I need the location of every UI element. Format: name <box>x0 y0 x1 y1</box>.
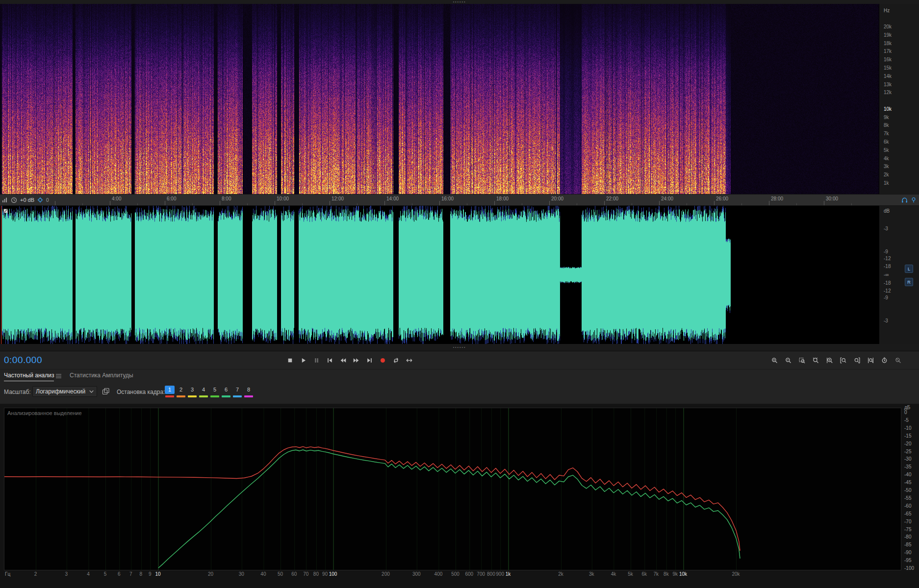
zoom-full-button[interactable] <box>809 354 822 367</box>
channel-right-button[interactable]: R <box>905 278 913 286</box>
freq-ruler-label: 3k <box>884 164 889 169</box>
timeline-tick <box>687 203 687 205</box>
loop-icon <box>393 357 399 364</box>
clock-icon[interactable] <box>11 197 17 203</box>
timeline-tick <box>522 203 522 205</box>
db-axis-tick-label: -35 <box>904 464 911 469</box>
hz-axis-tick-label: 7k <box>653 571 659 577</box>
hold-frame-button-2[interactable]: 2 <box>176 386 186 397</box>
timeline-tick <box>412 203 412 205</box>
playhead-line[interactable] <box>1 206 1 344</box>
hold-frame-color-swatch <box>165 395 174 397</box>
hz-axis-tick-label: 70 <box>303 571 308 577</box>
hold-frame-button-5[interactable]: 5 <box>210 386 220 397</box>
level-meter-icon[interactable] <box>2 197 8 203</box>
hz-axis-tick-label: 20k <box>732 571 740 577</box>
edit-grip-icon[interactable] <box>3 209 8 213</box>
zoom-in-icon <box>771 357 778 364</box>
panel-menu-icon[interactable] <box>56 374 61 378</box>
tab-amplitude-statistics[interactable]: Статистика Амплитуды <box>70 372 133 379</box>
timeline-tick <box>110 201 110 205</box>
freq-ruler-label: 8k <box>884 123 889 128</box>
db-axis-tick-label: -45 <box>904 480 911 485</box>
spectrogram-display[interactable] <box>0 4 879 194</box>
amplitude-ruler-label: -9 <box>884 295 888 300</box>
tab-frequency-analysis[interactable]: Частотный анализ <box>4 372 54 381</box>
timeline-tick <box>824 201 824 205</box>
stop-button[interactable] <box>283 354 296 367</box>
scale-select[interactable]: Логарифмический <box>32 386 97 397</box>
rewind-button[interactable] <box>336 354 349 367</box>
timeline-tick-label: 30:00 <box>826 196 838 201</box>
gain-readout[interactable]: +0 dB <box>20 197 34 203</box>
zoom-out-button[interactable] <box>782 354 794 367</box>
timeline-tick <box>632 203 632 205</box>
analyzed-selection-label: Анализированное выделение <box>7 410 82 416</box>
freq-ruler-label: 6k <box>884 140 889 145</box>
hz-axis-tick-label: 3k <box>589 571 594 577</box>
zoom-reset-button[interactable] <box>892 354 904 367</box>
timeline-tick <box>851 203 852 205</box>
zoom-selection-button[interactable] <box>795 354 808 367</box>
timeline-ruler[interactable]: 4:006:008:0010:0012:0014:0016:0018:0020:… <box>0 194 919 206</box>
db-axis-tick-label: -55 <box>904 495 911 501</box>
zoom-timer-button[interactable] <box>878 354 891 367</box>
loop-playback-button[interactable] <box>389 354 402 367</box>
hold-frame-button-3[interactable]: 3 <box>187 386 197 397</box>
hold-frame-number: 8 <box>244 386 254 394</box>
hold-frame-button-6[interactable]: 6 <box>221 386 231 397</box>
timeline-tick <box>165 201 165 205</box>
frequency-ruler[interactable]: Hz 20k19k18k17k16k15k14k13k12k10k9k8k7k6… <box>879 4 919 194</box>
hold-frame-button-4[interactable]: 4 <box>199 386 208 397</box>
waveform-display[interactable] <box>0 206 879 344</box>
zoom-selection-full-button[interactable] <box>864 354 877 367</box>
zoom-amplitude-in-button[interactable] <box>823 354 836 367</box>
waveform-panel[interactable] <box>0 206 879 344</box>
hz-axis-tick-label: 5k <box>628 571 633 577</box>
rewind-icon <box>340 357 346 364</box>
move-playhead-button[interactable] <box>403 354 415 367</box>
freq-ruler-label: 2k <box>884 172 889 177</box>
channel-left-button[interactable]: L <box>905 265 913 273</box>
grip-dots: •••••• <box>453 344 466 351</box>
copy-icon[interactable] <box>102 388 110 395</box>
record-button[interactable] <box>376 354 389 367</box>
panel-divider-middle[interactable]: •••••• <box>0 344 919 351</box>
analysis-tab-bar: Частотный анализ Статистика Амплитуды <box>0 369 919 382</box>
amplitude-ruler[interactable]: dB -3-9-12-18-∞-18-12-9-3 L R <box>879 206 919 344</box>
selection-anchor-icon[interactable] <box>37 197 43 203</box>
db-axis-tick-label: -40 <box>904 472 911 477</box>
hz-axis-tick-label: 9k <box>672 571 678 577</box>
freq-ruler-label: 18k <box>884 41 892 46</box>
hold-frame-color-swatch <box>188 395 197 397</box>
amplitude-ruler-label: -12 <box>884 256 891 261</box>
pin-icon[interactable] <box>911 197 917 203</box>
freq-ruler-label: 16k <box>884 57 892 62</box>
panel-divider-top[interactable]: •••••• <box>0 0 919 4</box>
skip-to-start-button[interactable] <box>323 354 336 367</box>
hold-frame-button-1[interactable]: 1 <box>165 386 175 397</box>
timeline-tick <box>439 201 440 205</box>
hold-frame-button-7[interactable]: 7 <box>232 386 242 397</box>
hold-frame-button-8[interactable]: 8 <box>244 386 254 397</box>
hz-axis-tick-label: 7 <box>129 571 132 577</box>
zoom-in-button[interactable] <box>768 354 781 367</box>
frequency-plot[interactable]: Анализированное выделение <box>4 408 901 570</box>
fast-forward-button[interactable] <box>350 354 362 367</box>
hz-axis-tick-label: 30 <box>239 571 244 577</box>
pause-button[interactable] <box>310 354 323 367</box>
freq-ruler-label: 14k <box>884 74 892 79</box>
zoom-amplitude-in-icon <box>826 357 833 364</box>
zoom-toolbar <box>768 354 904 367</box>
timeline-tick-label: 20:00 <box>551 196 563 201</box>
monitor-headphones-icon[interactable] <box>901 197 908 203</box>
scale-select-value: Логарифмический <box>36 388 85 395</box>
play-button[interactable] <box>297 354 309 367</box>
freq-ruler-label: 13k <box>884 82 892 87</box>
frequency-plot-canvas <box>4 408 901 570</box>
time-display[interactable]: 0:00.000 <box>4 355 42 366</box>
zoom-in-point-button[interactable] <box>837 354 849 367</box>
hz-axis-tick-label: 900 <box>496 571 504 577</box>
zoom-out-point-button[interactable] <box>850 354 863 367</box>
timeline-ticks: 4:006:008:0010:0012:0014:0016:0018:0020:… <box>0 195 879 205</box>
